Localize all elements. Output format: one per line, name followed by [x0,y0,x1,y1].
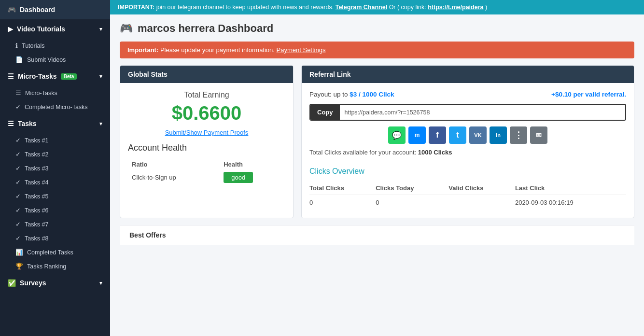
email-button[interactable]: ✉ [530,126,547,144]
sidebar-item-video-tutorials[interactable]: ▶ Video Tutorials ▾ [0,19,110,39]
col-last-click: Last Click [515,182,626,195]
best-offers-header: Best Offers [120,225,634,245]
check-icon-t8: ✓ [15,235,21,242]
linkedin-button[interactable]: in [490,126,507,144]
total-earning-value: $0.6600 [128,102,285,124]
check-icon-t1: ✓ [15,137,21,144]
referral-card-header: Referral Link [302,66,634,83]
page-header: 🎮 marcos herrera Dashboard [120,22,634,35]
list-icon: ☰ [8,72,14,80]
account-health-title: Account Health [128,143,285,153]
payout-text: Payout: up to $3 / 1000 Click [309,91,394,98]
sidebar-item-tasks8[interactable]: ✓ Tasks #8 [0,231,110,245]
top-banner: IMPORTANT: join our telegram channel to … [110,0,644,14]
share-button[interactable]: ⋮ [510,126,527,144]
total-clicks-cell: 0 [309,195,376,210]
health-header: Health [220,158,285,171]
banner-important: IMPORTANT: [118,4,154,11]
main-content: IMPORTANT: join our telegram channel to … [110,0,644,336]
check-icon-mt: ✓ [15,103,21,111]
twitter-button[interactable]: t [449,126,466,144]
total-clicks-value: 1000 Clicks [418,149,452,156]
video-tutorials-label: Video Tutorials [17,25,65,33]
sidebar-item-tasks-ranking[interactable]: 🏆 Tasks Ranking [0,259,110,273]
surveys-label: Surveys [20,279,46,287]
global-stats-body: Total Earning $0.6600 Submit/Show Paymen… [120,83,293,192]
col-total-clicks: Total Clicks [309,182,376,195]
page-title: marcos herrera Dashboard [138,22,273,35]
chart-icon: 📊 [15,249,23,256]
tasks-icon: ☰ [8,120,14,127]
trophy-icon: 🏆 [15,263,23,270]
ratio-header: Ratio [128,158,220,171]
valid-clicks-cell [448,195,515,210]
micro-tasks-label: Micro-Tasks [18,72,57,80]
chevron-icon-tasks: ▾ [99,121,102,127]
chevron-icon-surveys: ▾ [99,280,102,286]
check-icon-t7: ✓ [15,221,21,228]
global-stats-header: Global Stats [120,66,293,83]
alert-banner: Important: Please update your payment in… [120,42,634,58]
tasks-label: Tasks [18,120,37,127]
col-valid-clicks: Valid Clicks [448,182,515,195]
last-click-cell: 2020-09-03 00:16:19 [515,195,626,210]
check-icon-t6: ✓ [15,207,21,214]
health-badge-cell: good [220,171,285,184]
payment-proof-link[interactable]: Submit/Show Payment Proofs [128,129,285,136]
chevron-icon-mt: ▾ [99,73,102,80]
sidebar-item-surveys[interactable]: ✅ Surveys ▾ [0,273,110,293]
col-clicks-today: Clicks Today [376,182,448,195]
whatsapp-button[interactable]: 💬 [388,126,406,144]
sidebar-item-tasks3[interactable]: ✓ Tasks #3 [0,161,110,175]
check-circle-icon: ✅ [8,279,16,287]
check-icon-t4: ✓ [15,179,21,186]
sidebar-item-dashboard[interactable]: 🎮 Dashboard [0,0,110,19]
sidebar-item-micro-tasks[interactable]: ☰ Micro-Tasks Beta ▾ [0,67,110,86]
check-icon-t2: ✓ [15,151,21,158]
info-icon: ℹ [15,42,18,49]
cards-row: Global Stats Total Earning $0.6600 Submi… [120,65,634,218]
sidebar-item-tasks[interactable]: ☰ Tasks ▾ [0,114,110,133]
sidebar-item-tasks5[interactable]: ✓ Tasks #5 [0,189,110,203]
sidebar-item-tasks6[interactable]: ✓ Tasks #6 [0,203,110,217]
facebook-button[interactable]: f [429,126,446,144]
banner-suffix: Or ( copy link: [389,4,428,11]
copy-button[interactable]: Copy [310,105,340,120]
clicks-table-row: 0 0 2020-09-03 00:16:19 [309,195,626,210]
check-icon-t5: ✓ [15,193,21,200]
video-icon: ▶ [8,25,13,33]
total-earning-label: Total Earning [128,91,285,99]
telegram-link[interactable]: Telegram Channel [336,4,387,11]
earn-text: +$0.10 per valid referral. [551,91,626,98]
sidebar-item-tutorials[interactable]: ℹ Tutorials [0,39,110,53]
dashboard-icon: 🎮 [8,6,16,14]
referral-card-body: Payout: up to $3 / 1000 Click +$0.10 per… [302,83,634,218]
global-stats-card: Global Stats Total Earning $0.6600 Submi… [120,65,294,218]
referral-url-input[interactable] [340,105,626,120]
content-area: 🎮 marcos herrera Dashboard Important: Pl… [110,14,644,336]
total-clicks-text: Total Clicks available for your account:… [309,149,626,161]
sidebar-item-tasks4[interactable]: ✓ Tasks #4 [0,175,110,189]
sidebar-item-completed-microtasks[interactable]: ✓ Completed Micro-Tasks [0,100,110,114]
sidebar-item-microtasks[interactable]: ☰ Micro-Tasks [0,86,110,100]
ratio-label: Click-to-Sign up [128,171,220,184]
clicks-table: Total Clicks Clicks Today Valid Clicks L… [309,182,626,210]
sidebar-item-submit-videos[interactable]: 📄 Submit Videos [0,53,110,67]
best-offers-label: Best Offers [129,231,166,239]
sidebar-item-tasks1[interactable]: ✓ Tasks #1 [0,133,110,147]
dashboard-label: Dashboard [20,6,55,14]
health-badge: good [224,172,253,183]
messenger-button[interactable]: m [408,126,426,144]
health-table: Ratio Health Click-to-Sign up good [128,158,285,184]
header-icon: 🎮 [120,22,133,35]
vk-button[interactable]: VK [469,126,487,144]
clicks-today-cell: 0 [376,195,448,210]
sidebar-item-tasks7[interactable]: ✓ Tasks #7 [0,217,110,231]
referral-card: Referral Link Payout: up to $3 / 1000 Cl… [301,65,634,218]
telegram-url-link[interactable]: https://t.me/paidera [428,4,483,11]
beta-badge: Beta [61,73,77,80]
sidebar-item-tasks2[interactable]: ✓ Tasks #2 [0,147,110,161]
referral-payout-row: Payout: up to $3 / 1000 Click +$0.10 per… [309,91,626,98]
payment-settings-link[interactable]: Payment Settings [277,46,326,54]
sidebar-item-completed-tasks[interactable]: 📊 Completed Tasks [0,245,110,259]
